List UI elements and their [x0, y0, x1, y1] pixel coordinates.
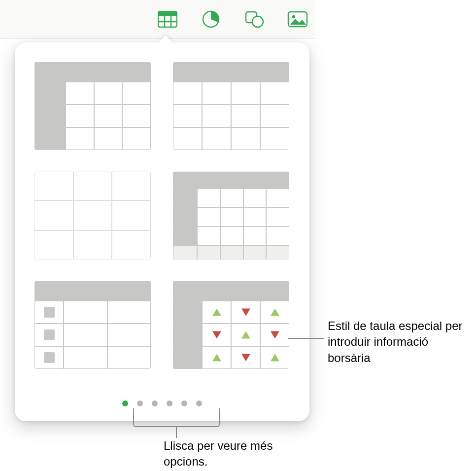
table-icon: [158, 11, 177, 28]
table-styles-grid: [34, 62, 290, 369]
toolbar: [0, 0, 315, 38]
table-style-checklist[interactable]: [34, 281, 151, 369]
page-dot-6[interactable]: [196, 400, 202, 406]
callout-swipe-text: Llisca per veure més opcions.: [164, 438, 311, 470]
page-dot-2[interactable]: [137, 400, 143, 406]
table-styles-popover: [15, 42, 309, 421]
chart-icon: [202, 10, 220, 29]
callout-stock-text: Estil de taula especial per introduir in…: [328, 318, 471, 366]
insert-shape-button[interactable]: [241, 6, 267, 32]
page-dot-4[interactable]: [167, 400, 172, 406]
insert-table-button[interactable]: [155, 6, 180, 32]
popover-arrow: [158, 36, 173, 43]
pagination-dots[interactable]: [15, 400, 309, 406]
page-dot-1[interactable]: [122, 400, 128, 406]
table-style-plain[interactable]: [34, 172, 151, 259]
table-style-header-row-col-footer[interactable]: [173, 172, 289, 259]
insert-chart-button[interactable]: [198, 6, 224, 32]
page-dot-5[interactable]: [181, 400, 187, 406]
shape-icon: [244, 10, 264, 28]
table-style-stock[interactable]: [173, 281, 289, 369]
insert-media-button[interactable]: [285, 6, 310, 32]
svg-point-9: [292, 15, 295, 18]
svg-rect-1: [158, 11, 177, 16]
svg-point-7: [252, 16, 263, 27]
table-style-header-row-and-col[interactable]: [34, 62, 151, 150]
media-icon: [287, 11, 308, 28]
page-dot-3[interactable]: [152, 400, 158, 406]
callout-leader-stock: [288, 338, 324, 339]
table-style-header-row[interactable]: [173, 62, 289, 150]
callout-bracket-swipe: [133, 408, 220, 427]
